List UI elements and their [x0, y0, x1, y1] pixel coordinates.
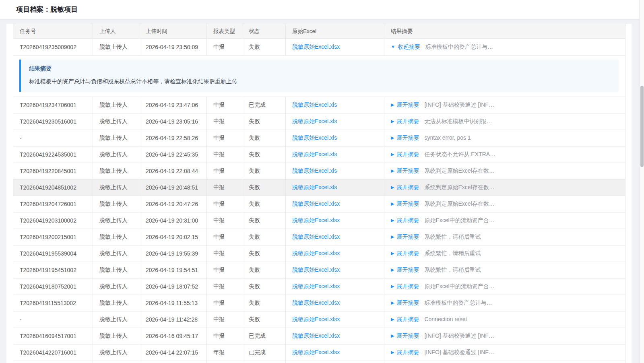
summary-preview: 系统繁忙，请稍后重试 [424, 233, 481, 240]
vertical-scrollbar[interactable] [639, 0, 644, 363]
toggle-summary-label: 展开摘要 [396, 134, 419, 141]
col-upload-time: 上传时间 [139, 24, 207, 39]
excel-file-link[interactable]: 脱敏原始Excel.xls [292, 151, 337, 157]
report-type-cell: 年报 [207, 344, 242, 361]
task-id-cell: T20260419195451002 [13, 262, 93, 278]
status-cell: 失败 [242, 113, 286, 130]
task-id-cell: T20260414220716001 [13, 344, 93, 361]
excel-file-link[interactable]: 脱敏原始Excel.xlsx [292, 316, 340, 322]
upload-time-cell: 2026-04-19 22:58:26 [139, 130, 207, 146]
excel-file-link[interactable]: 脱敏原始Excel.xls [292, 134, 337, 141]
source-excel-cell: 脱敏原始Excel.xls [286, 113, 384, 130]
excel-file-link[interactable]: 脱敏原始Excel.xlsx [292, 233, 340, 240]
expand-summary-link[interactable]: ▶展开摘要 [391, 283, 419, 290]
status-cell: 失败 [242, 39, 286, 56]
summary-preview: 任务状态不允许从 EXTRA… [424, 151, 495, 157]
excel-file-link[interactable]: 脱敏原始Excel.xlsx [292, 217, 340, 223]
excel-file-link[interactable]: 脱敏原始Excel.xlsx [292, 200, 340, 207]
expand-triangle-icon: ▶ [391, 300, 394, 305]
expand-summary-link[interactable]: ▶展开摘要 [391, 167, 419, 175]
upload-time-cell: 2026-04-19 20:02:15 [139, 229, 207, 245]
expand-summary-link[interactable]: ▶展开摘要 [391, 151, 419, 158]
table-row: T20260419115513002脱敏上传人2026-04-19 11:55:… [13, 295, 625, 311]
report-type-cell: 中报 [207, 229, 242, 245]
task-id-cell: T20260419195539004 [13, 245, 93, 262]
status-cell: 失败 [242, 262, 286, 278]
collapse-summary-link[interactable]: ▼收起摘要 [391, 43, 420, 51]
excel-file-link[interactable]: 脱敏原始Excel.xlsx [292, 299, 340, 306]
expand-summary-link[interactable]: ▶展开摘要 [391, 316, 419, 323]
table-row: T20260419235009002脱敏上传人2026-04-19 23:50:… [13, 39, 625, 56]
status-cell: 失败 [242, 179, 286, 196]
uploader-cell: 脱敏上传人 [93, 97, 139, 113]
expand-summary-link[interactable]: ▶展开摘要 [391, 200, 419, 208]
expand-summary-link[interactable]: ▶展开摘要 [391, 101, 419, 109]
summary-preview: 原始Excel中的流动资产合… [424, 283, 494, 289]
upload-time-cell: 2026-04-19 11:55:13 [139, 295, 207, 311]
task-id-cell: T20260419200215001 [13, 229, 93, 245]
source-excel-cell: 脱敏原始Excel.xlsx [286, 262, 384, 278]
summary-preview: 系统判定原始Excel存在数… [424, 184, 494, 190]
expand-summary-link[interactable]: ▶展开摘要 [391, 233, 419, 241]
result-summary-panel: 结果摘要标准模板中的资产总计与负债和股东权益总计不相等，请检查标准化结果后重新上… [19, 60, 619, 92]
expand-summary-link[interactable]: ▶展开摘要 [391, 184, 419, 191]
summary-preview: [INFO] 基础校验通过 [INF… [424, 332, 494, 339]
excel-file-link[interactable]: 脱敏原始Excel.xls [292, 167, 337, 174]
source-excel-cell: 脱敏原始Excel.xls [286, 179, 384, 196]
task-id-cell: T20260419230516001 [13, 113, 93, 130]
result-summary-cell: ▶展开摘要[INFO] 基础校验通过 [INF… [384, 344, 625, 361]
uploader-cell: 脱敏上传人 [93, 196, 139, 212]
expand-summary-link[interactable]: ▶展开摘要 [391, 217, 419, 224]
result-summary-cell: ▶展开摘要系统繁忙，请稍后重试 [384, 262, 625, 278]
expand-summary-link[interactable]: ▶展开摘要 [391, 134, 419, 142]
table-row: T20260419180752001脱敏上传人2026-04-19 18:07:… [13, 278, 625, 295]
upload-time-cell: 2026-04-19 19:55:39 [139, 245, 207, 262]
excel-file-link[interactable]: 脱敏原始Excel.xlsx [292, 250, 340, 256]
scrollbar-thumb[interactable] [640, 86, 644, 167]
uploader-cell: 脱敏上传人 [93, 245, 139, 262]
excel-file-link[interactable]: 脱敏原始Excel.xlsx [292, 332, 340, 339]
uploader-cell: 脱敏上传人 [93, 179, 139, 196]
excel-file-link[interactable]: 脱敏原始Excel.xls [292, 101, 337, 108]
expand-summary-link[interactable]: ▶展开摘要 [391, 118, 419, 125]
collapse-triangle-icon: ▼ [391, 44, 395, 49]
excel-file-link[interactable]: 脱敏原始Excel.xls [292, 184, 337, 190]
upload-time-cell: 2026-04-19 20:48:51 [139, 179, 207, 196]
excel-file-link[interactable]: 脱敏原始Excel.xlsx [292, 266, 340, 273]
task-id-cell: - [13, 130, 93, 146]
task-id-cell: - [13, 311, 93, 328]
uploader-cell: 脱敏上传人 [93, 146, 139, 163]
col-uploader: 上传人 [93, 24, 139, 39]
summary-preview: 系统繁忙，请稍后重试 [424, 266, 481, 273]
upload-time-cell: 2026-04-19 22:08:44 [139, 163, 207, 179]
toggle-summary-label: 展开摘要 [396, 118, 419, 124]
excel-file-link[interactable]: 脱敏原始Excel.xls [292, 118, 337, 124]
result-summary-cell: ▶展开摘要系统判定原始Excel存在数… [384, 163, 625, 179]
toggle-summary-label: 展开摘要 [396, 233, 419, 240]
excel-file-link[interactable]: 脱敏原始Excel.xlsx [292, 349, 340, 355]
page-title: 项目档案：脱敏项目 [0, 0, 644, 19]
panel-body: 标准模板中的资产总计与负债和股东权益总计不相等，请检查标准化结果后重新上传 [29, 78, 611, 85]
toggle-summary-label: 展开摘要 [396, 151, 419, 157]
report-type-cell: 中报 [207, 179, 242, 196]
task-id-cell: T20260419203100002 [13, 212, 93, 229]
expand-summary-link[interactable]: ▶展开摘要 [391, 266, 419, 274]
expand-summary-link[interactable]: ▶展开摘要 [391, 250, 419, 257]
uploader-cell: 脱敏上传人 [93, 278, 139, 295]
expand-summary-link[interactable]: ▶展开摘要 [391, 349, 419, 356]
summary-preview: 系统判定原始Excel存在数… [424, 167, 494, 174]
summary-preview: syntax error, pos 1 [424, 134, 471, 141]
excel-file-link[interactable]: 脱敏原始Excel.xlsx [292, 283, 340, 289]
uploader-cell: 脱敏上传人 [93, 295, 139, 311]
excel-file-link[interactable]: 脱敏原始Excel.xlsx [292, 43, 340, 50]
source-excel-cell: 脱敏原始Excel.xlsx [286, 295, 384, 311]
expand-summary-link[interactable]: ▶展开摘要 [391, 299, 419, 307]
uploader-cell: 脱敏上传人 [93, 39, 139, 56]
status-cell: 失败 [242, 229, 286, 245]
result-summary-cell: ▼收起摘要标准模板中的资产总计与… [384, 39, 625, 56]
content-card: 任务号上传人上传时间报表类型状态原始Excel结果摘要 T20260419235… [6, 24, 632, 363]
toggle-summary-label: 展开摘要 [396, 167, 419, 174]
expand-summary-link[interactable]: ▶展开摘要 [391, 332, 419, 340]
source-excel-cell: 脱敏原始Excel.xlsx [286, 212, 384, 229]
source-excel-cell: 脱敏原始Excel.xlsx [286, 229, 384, 245]
